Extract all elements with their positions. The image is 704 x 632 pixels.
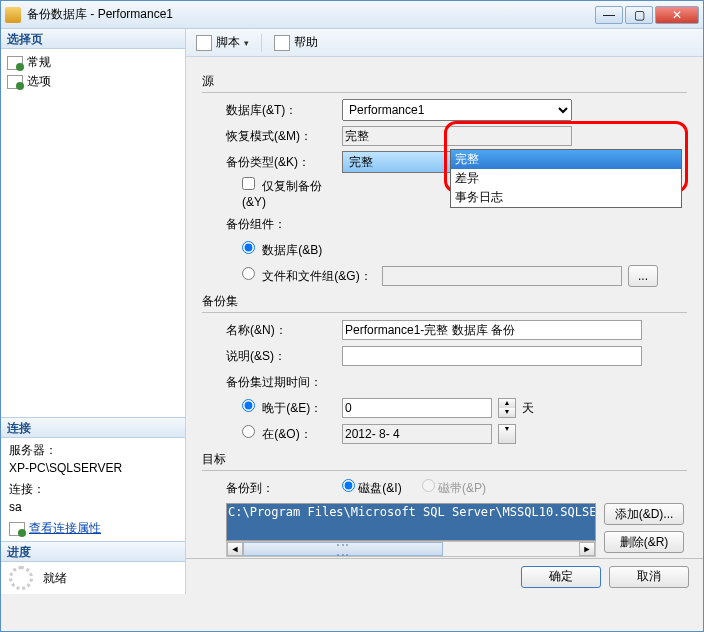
sidebar: 选择页 常规 选项 连接 服务器： XP-PC\SQLSERVER 连接： sa — [1, 29, 186, 594]
dest-disk-label: 磁盘(&I) — [358, 481, 401, 495]
backup-type-dropdown[interactable]: 完整 差异 事务日志 — [450, 149, 682, 208]
page-icon — [7, 75, 23, 89]
dest-tape-radio — [422, 479, 435, 492]
component-filegroup-label: 文件和文件组(&G)： — [262, 269, 371, 283]
destination-group-label: 目标 — [202, 451, 687, 468]
window-title: 备份数据库 - Performance1 — [27, 6, 595, 23]
cancel-button[interactable]: 取消 — [609, 566, 689, 588]
destination-list-item[interactable]: C:\Program Files\Microsoft SQL Server\MS… — [228, 505, 594, 519]
minimize-button[interactable]: — — [595, 6, 623, 24]
connection-label: 连接： — [9, 481, 177, 498]
expire-after-radio[interactable] — [242, 399, 255, 412]
sidebar-item-general[interactable]: 常规 — [5, 53, 181, 72]
description-field[interactable] — [342, 346, 642, 366]
backup-type-label: 备份类型(&K)： — [202, 154, 342, 171]
script-label: 脚本 — [216, 34, 240, 51]
dest-tape-label: 磁带(&P) — [438, 481, 486, 495]
recovery-model-label: 恢复模式(&M)： — [202, 128, 342, 145]
help-icon — [274, 35, 290, 51]
expire-after-unit: 天 — [522, 400, 534, 417]
server-label: 服务器： — [9, 442, 177, 459]
close-button[interactable]: ✕ — [655, 6, 699, 24]
backup-type-option-diff[interactable]: 差异 — [451, 169, 681, 188]
backupset-group-label: 备份集 — [202, 293, 687, 310]
sidebar-item-options[interactable]: 选项 — [5, 72, 181, 91]
title-bar: 备份数据库 - Performance1 — ▢ ✕ — [1, 1, 703, 29]
toolbar: 脚本 帮助 — [186, 29, 703, 57]
description-label: 说明(&S)： — [202, 348, 342, 365]
backup-type-option-log[interactable]: 事务日志 — [451, 188, 681, 207]
destination-list[interactable]: C:\Program Files\Microsoft SQL Server\MS… — [226, 503, 596, 541]
sidebar-item-label: 常规 — [27, 54, 51, 71]
expire-after-spinner[interactable]: ▲▼ — [498, 398, 516, 418]
progress-spinner-icon — [9, 566, 33, 590]
script-button[interactable]: 脚本 — [192, 32, 253, 53]
ok-button[interactable]: 确定 — [521, 566, 601, 588]
connection-value: sa — [9, 500, 177, 514]
connection-header: 连接 — [1, 418, 185, 438]
filegroup-browse-button[interactable]: ... — [628, 265, 658, 287]
help-button[interactable]: 帮助 — [270, 32, 322, 53]
app-icon — [5, 7, 21, 23]
database-combo[interactable]: Performance1 — [342, 99, 572, 121]
database-label: 数据库(&T)： — [202, 102, 342, 119]
maximize-button[interactable]: ▢ — [625, 6, 653, 24]
help-label: 帮助 — [294, 34, 318, 51]
component-database-radio[interactable] — [242, 241, 255, 254]
add-button[interactable]: 添加(&D)... — [604, 503, 684, 525]
expire-on-field — [342, 424, 492, 444]
expire-after-field[interactable] — [342, 398, 492, 418]
expire-label: 备份集过期时间： — [202, 374, 342, 391]
dest-disk-radio[interactable] — [342, 479, 355, 492]
recovery-model-field — [342, 126, 572, 146]
backup-component-label: 备份组件： — [202, 216, 342, 233]
name-label: 名称(&N)： — [202, 322, 342, 339]
select-pages-header: 选择页 — [1, 29, 185, 49]
destination-scrollbar[interactable]: ◄► — [226, 541, 596, 557]
expire-after-label: 晚于(&E)： — [262, 401, 322, 415]
backup-type-option-full[interactable]: 完整 — [451, 150, 681, 169]
progress-header: 进度 — [1, 542, 185, 562]
remove-button[interactable]: 删除(&R) — [604, 531, 684, 553]
component-database-label: 数据库(&B) — [262, 243, 322, 257]
copy-only-checkbox[interactable] — [242, 177, 255, 190]
name-field[interactable] — [342, 320, 642, 340]
component-filegroup-radio[interactable] — [242, 267, 255, 280]
backup-to-label: 备份到： — [202, 480, 342, 497]
sidebar-item-label: 选项 — [27, 73, 51, 90]
server-value: XP-PC\SQLSERVER — [9, 461, 177, 475]
source-group-label: 源 — [202, 73, 687, 90]
expire-on-picker[interactable]: ▼ — [498, 424, 516, 444]
progress-status: 就绪 — [43, 570, 67, 587]
view-connection-properties-link[interactable]: 查看连接属性 — [29, 520, 101, 537]
expire-on-radio[interactable] — [242, 425, 255, 438]
filegroup-field — [382, 266, 622, 286]
page-icon — [7, 56, 23, 70]
properties-icon — [9, 522, 25, 536]
script-icon — [196, 35, 212, 51]
expire-on-label: 在(&O)： — [262, 427, 311, 441]
